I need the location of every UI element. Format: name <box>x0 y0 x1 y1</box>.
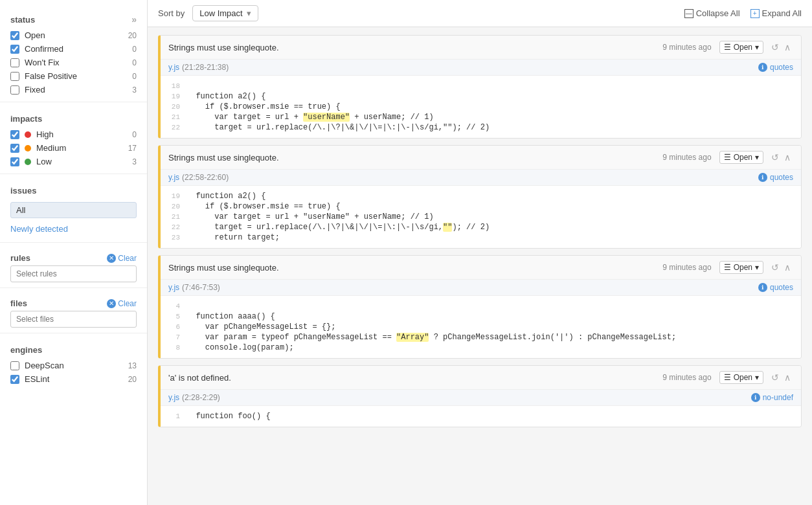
code-text: function foo() { <box>186 412 271 421</box>
status-label-1: Open <box>734 43 752 52</box>
file-location-4: (2:28-2:29) <box>182 393 220 402</box>
impacts-items: High 0 Medium 17 Low 3 <box>0 128 147 168</box>
issue-collapse-button-2[interactable]: ∧ <box>782 152 793 163</box>
code-block-3: 4 5 function aaaa() {6 var pChangeMessag… <box>161 296 801 358</box>
status-icon-1: ☰ <box>724 43 731 52</box>
highlighted-code: "userName" <box>303 113 350 122</box>
status-select-3[interactable]: ☰ Open ▾ <box>719 261 763 274</box>
line-number: 19 <box>161 192 186 200</box>
issues-title: issues <box>10 186 36 196</box>
checkbox-fixed[interactable] <box>10 85 19 95</box>
file-link-1[interactable]: y.js <box>168 63 179 72</box>
file-location-1: (21:28-21:38) <box>182 63 229 72</box>
checkbox-false-positive[interactable] <box>10 72 19 81</box>
file-location-3: (7:46-7:53) <box>182 283 220 292</box>
file-link-4[interactable]: y.js <box>168 393 179 402</box>
rules-clear-button[interactable]: ✕ Clear <box>107 254 137 263</box>
file-link-2[interactable]: y.js <box>168 173 179 182</box>
status-select-1[interactable]: ☰ Open ▾ <box>719 41 763 54</box>
count-impact-medium: 17 <box>125 144 137 153</box>
label-engine-eslint: ESLint <box>25 374 120 384</box>
sidebar-status-false-positive[interactable]: False Positive 0 <box>0 69 147 83</box>
checkbox-confirmed[interactable] <box>10 45 19 54</box>
line-number: 4 <box>161 302 186 310</box>
sort-dropdown[interactable]: Low Impact ▾ <box>192 5 258 21</box>
issue-title-2: Strings must use singlequote. <box>168 153 662 163</box>
issue-header-3: Strings must use singlequote. 9 minutes … <box>161 256 801 280</box>
tag-icon-4: ℹ <box>751 393 760 402</box>
sidebar-status-wont-fix[interactable]: Won't Fix 0 <box>0 56 147 69</box>
dot-low <box>25 159 31 165</box>
all-button[interactable]: All <box>10 202 137 218</box>
checkbox-impact-high[interactable] <box>10 130 19 139</box>
issue-refresh-button-3[interactable]: ↺ <box>769 262 782 273</box>
tag-icon-1: ℹ <box>758 63 767 72</box>
files-clear-label: Clear <box>118 299 137 308</box>
status-label-2: Open <box>734 153 752 162</box>
status-select-2[interactable]: ☰ Open ▾ <box>719 151 763 164</box>
line-number: 19 <box>161 93 186 100</box>
code-text: target = url.replace(/\.|\?|\&|\/|\=|\:|… <box>186 223 443 232</box>
issue-refresh-button-4[interactable]: ↺ <box>769 372 782 383</box>
label-open: Open <box>25 30 120 40</box>
checkbox-impact-low[interactable] <box>10 157 19 166</box>
issue-refresh-button-2[interactable]: ↺ <box>769 152 782 163</box>
sidebar-impact-medium[interactable]: Medium 17 <box>0 141 147 155</box>
collapse-all-button[interactable]: — Collapse All <box>684 8 740 18</box>
files-clear-button[interactable]: ✕ Clear <box>107 299 137 308</box>
engines-section-title: engines <box>0 339 147 359</box>
line-number: 18 <box>161 82 186 90</box>
checkbox-open[interactable] <box>10 31 19 40</box>
issue-collapse-button-1[interactable]: ∧ <box>782 42 793 52</box>
issue-collapse-button-3[interactable]: ∧ <box>782 262 793 273</box>
code-line: 21 var target = url + "userName" + userN… <box>161 212 801 222</box>
status-select-4[interactable]: ☰ Open ▾ <box>719 371 763 384</box>
checkbox-impact-medium[interactable] <box>10 144 19 153</box>
impacts-title: impacts <box>10 114 42 124</box>
newly-detected-item[interactable]: Newly detected <box>0 221 147 237</box>
dot-medium <box>25 145 31 152</box>
sidebar-status-confirmed[interactable]: Confirmed 0 <box>0 42 147 56</box>
status-section-title: status » <box>0 8 147 28</box>
code-text: var target = url + <box>186 113 303 122</box>
status-chevron-icon-2: ▾ <box>755 153 759 162</box>
code-text: ? pChangeMessageList.join('|') : pChange… <box>429 333 676 342</box>
tag-label-3: quotes <box>770 283 793 292</box>
file-link-3[interactable]: y.js <box>168 283 179 292</box>
tag-2: ℹ quotes <box>758 173 793 182</box>
rules-clear-icon: ✕ <box>107 254 116 263</box>
collapse-all-label: Collapse All <box>696 8 740 18</box>
checkbox-wont-fix[interactable] <box>10 58 19 67</box>
status-chevron-icon-3: ▾ <box>755 263 759 272</box>
sidebar-collapse-icon[interactable]: » <box>131 14 137 25</box>
code-line: 19 function a2() { <box>161 91 801 102</box>
code-text <box>186 82 191 91</box>
sidebar-engine-deepscan[interactable]: DeepScan 13 <box>0 359 147 372</box>
checkbox-engine-deepscan[interactable] <box>10 361 19 370</box>
issue-collapse-button-4[interactable]: ∧ <box>782 372 793 383</box>
issue-header-4: 'a' is not defined. 9 minutes ago ☰ Open… <box>161 366 801 390</box>
line-number: 20 <box>161 103 186 111</box>
status-chevron-icon-4: ▾ <box>755 373 759 382</box>
code-line: 18 <box>161 81 801 91</box>
issue-title-1: Strings must use singlequote. <box>168 43 662 52</box>
sidebar-engine-eslint[interactable]: ESLint 20 <box>0 372 147 386</box>
issue-subheader-3: y.js (7:46-7:53) ℹ quotes <box>161 280 801 296</box>
line-number: 7 <box>161 333 186 341</box>
files-title: files <box>10 298 27 308</box>
line-number: 20 <box>161 203 186 210</box>
sidebar-status-fixed[interactable]: Fixed 3 <box>0 83 147 96</box>
code-text: ); // 2) <box>452 223 490 232</box>
rules-header: rules ✕ Clear <box>0 248 147 265</box>
files-select-input[interactable] <box>10 311 137 328</box>
sidebar-status-open[interactable]: Open 20 <box>0 28 147 42</box>
expand-all-button[interactable]: + Expand All <box>750 8 802 18</box>
issue-refresh-button-1[interactable]: ↺ <box>769 42 782 52</box>
divider-3 <box>0 242 147 243</box>
status-chevron-icon-1: ▾ <box>755 43 759 52</box>
checkbox-engine-eslint[interactable] <box>10 375 19 384</box>
sidebar-impact-low[interactable]: Low 3 <box>0 155 147 168</box>
rules-select-input[interactable] <box>10 265 137 282</box>
code-line: 21 var target = url + "userName" + userN… <box>161 112 801 122</box>
sidebar-impact-high[interactable]: High 0 <box>0 128 147 141</box>
